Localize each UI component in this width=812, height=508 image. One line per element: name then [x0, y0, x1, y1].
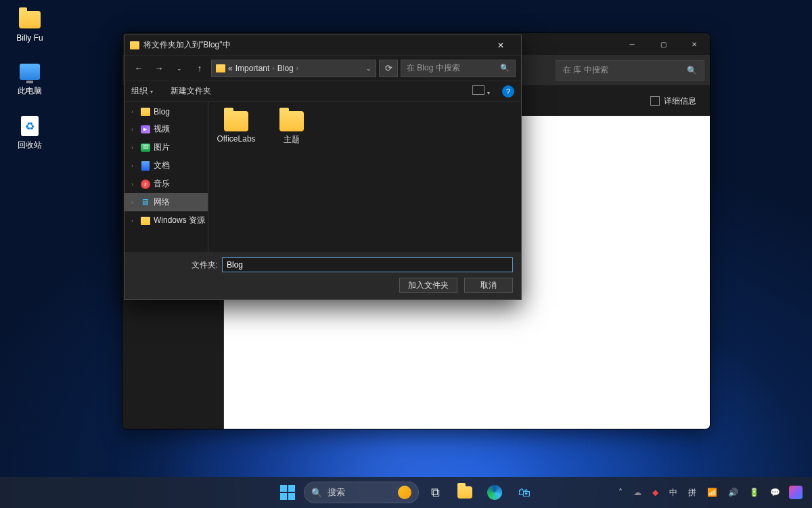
taskbar-app-explorer[interactable] [451, 479, 478, 506]
organize-button[interactable]: 组织 ▾ [131, 85, 153, 97]
nav-label: 视频 [154, 123, 170, 135]
search-placeholder: 搜索 [328, 486, 345, 499]
help-button[interactable]: ? [502, 85, 514, 98]
folder-item-officelabs[interactable]: OfficeLabs [215, 111, 257, 144]
ime-language-indicator[interactable]: 中 [667, 486, 679, 500]
minimize-button[interactable]: ─ [616, 33, 648, 55]
desktop-icon-label: 回收站 [18, 140, 42, 151]
dialog-nav-item-winres[interactable]: ›Windows 资源 [125, 211, 208, 230]
ime-mode-indicator[interactable]: 拼 [686, 486, 698, 500]
folder-label: OfficeLabs [217, 134, 255, 144]
view-mode-button[interactable]: ▾ [472, 85, 490, 97]
wifi-icon[interactable]: 📶 [705, 486, 719, 499]
details-icon [650, 96, 660, 106]
recycle-bin-icon [18, 114, 41, 137]
dialog-search-input[interactable]: 在 Blog 中搜索 🔍 [401, 60, 516, 77]
folder-picker-dialog: 将文件夹加入到"Blog"中 ✕ ← → ⌄ ↑ « Important › B… [124, 35, 522, 300]
nav-back-button[interactable]: ← [130, 60, 148, 77]
chevron-down-icon: ▾ [486, 90, 490, 96]
tray-app-icon[interactable]: ◆ [650, 486, 660, 499]
chevron-right-icon: › [131, 144, 137, 151]
breadcrumb-segment[interactable]: Important [235, 64, 270, 73]
dialog-content-area[interactable]: OfficeLabs 主题 [208, 102, 521, 252]
new-folder-button[interactable]: 新建文件夹 [171, 85, 211, 97]
explorer-search-input[interactable]: 在 库 中搜索 🔍 [556, 60, 704, 81]
close-button[interactable]: ✕ [679, 33, 710, 55]
chevron-right-icon: › [131, 217, 137, 224]
search-icon: 🔍 [311, 488, 322, 498]
document-icon [140, 161, 150, 171]
dialog-title-text: 将文件夹加入到"Blog"中 [143, 39, 231, 51]
nav-up-button[interactable]: ↑ [191, 60, 208, 77]
details-view-button[interactable]: 详细信息 [645, 93, 702, 110]
picture-icon: 🖼 [140, 142, 150, 152]
desktop-icon-this-pc[interactable]: 此电脑 [7, 58, 53, 100]
taskbar-center: 🔍 搜索 ⧉ 🛍 [274, 479, 538, 506]
nav-label: 网络 [154, 196, 170, 208]
folder-icon [224, 111, 248, 131]
dialog-nav-pane: ›Blog ›▶视频 ›🖼图片 ›文档 ›♪音乐 ›🖥网络 ›Windows 资… [125, 102, 208, 252]
copilot-icon[interactable] [789, 486, 803, 499]
dialog-address-row: ← → ⌄ ↑ « Important › Blog › ⌄ ⟳ 在 Blog … [125, 56, 521, 81]
music-icon: ♪ [140, 179, 150, 189]
nav-label: 文档 [154, 160, 170, 171]
nav-label: Windows 资源 [154, 215, 205, 226]
cancel-button[interactable]: 取消 [464, 278, 513, 293]
task-view-icon: ⧉ [427, 484, 443, 501]
desktop-icon-label: 此电脑 [18, 85, 42, 97]
chevron-right-icon: › [131, 126, 137, 133]
onedrive-icon[interactable]: ☁ [631, 486, 644, 499]
chevron-right-icon: › [296, 64, 298, 72]
refresh-button[interactable]: ⟳ [379, 60, 398, 77]
dialog-nav-item-network[interactable]: ›🖥网络 [125, 193, 208, 211]
search-placeholder: 在 Blog 中搜索 [407, 62, 460, 74]
folder-item-theme[interactable]: 主题 [271, 111, 313, 146]
dialog-nav-item-blog[interactable]: ›Blog [125, 103, 208, 120]
taskbar-search[interactable]: 🔍 搜索 [304, 482, 419, 503]
dialog-nav-item-videos[interactable]: ›▶视频 [125, 120, 208, 138]
nav-recent-dropdown[interactable]: ⌄ [171, 60, 188, 77]
dialog-nav-item-pictures[interactable]: ›🖼图片 [125, 138, 208, 156]
search-highlight-icon [398, 486, 411, 499]
chevron-right-icon: › [131, 199, 137, 206]
desktop-icon-label: Billy Fu [16, 33, 43, 43]
search-icon: 🔍 [500, 64, 510, 72]
chevron-right-icon: › [131, 108, 137, 115]
notification-icon[interactable]: 💬 [768, 486, 782, 499]
video-icon: ▶ [140, 124, 150, 134]
folder-input-row: 文件夹: [133, 257, 513, 272]
desktop-icon-recycle-bin[interactable]: 回收站 [7, 112, 53, 154]
address-dropdown-icon[interactable]: ⌄ [366, 65, 371, 72]
dialog-close-button[interactable]: ✕ [486, 35, 516, 56]
network-icon: 🖥 [140, 197, 150, 207]
breadcrumb-segment[interactable]: Blog [277, 64, 294, 73]
store-icon: 🛍 [516, 484, 533, 501]
search-placeholder: 在 库 中搜索 [563, 64, 608, 76]
dialog-body: ›Blog ›▶视频 ›🖼图片 ›文档 ›♪音乐 ›🖥网络 ›Windows 资… [125, 102, 521, 252]
folder-name-input[interactable] [222, 257, 513, 272]
folder-field-label: 文件夹: [191, 259, 218, 271]
nav-label: 音乐 [154, 178, 170, 190]
folder-icon [140, 106, 150, 117]
dialog-nav-item-documents[interactable]: ›文档 [125, 156, 208, 175]
chevron-right-icon: › [131, 181, 137, 188]
taskbar-app-store[interactable]: 🛍 [511, 479, 538, 506]
maximize-button[interactable]: ▢ [648, 33, 679, 55]
volume-icon[interactable]: 🔊 [726, 486, 740, 499]
folder-icon [18, 8, 41, 31]
address-bar[interactable]: « Important › Blog › ⌄ [211, 60, 376, 77]
battery-icon[interactable]: 🔋 [747, 486, 761, 499]
taskbar-app-edge[interactable] [481, 479, 508, 506]
nav-label: Blog [154, 107, 170, 117]
start-button[interactable] [274, 479, 301, 506]
breadcrumb-prefix: « [228, 64, 233, 73]
add-folder-button[interactable]: 加入文件夹 [399, 278, 457, 293]
task-view-button[interactable]: ⧉ [422, 479, 449, 506]
dialog-titlebar[interactable]: 将文件夹加入到"Blog"中 ✕ [125, 35, 521, 56]
tray-overflow-button[interactable]: ˄ [616, 486, 625, 499]
dialog-nav-item-music[interactable]: ›♪音乐 [125, 175, 208, 193]
chevron-right-icon: › [272, 64, 274, 72]
chevron-right-icon: › [131, 163, 137, 169]
desktop-icon-user-folder[interactable]: Billy Fu [7, 5, 53, 45]
nav-forward-button[interactable]: → [150, 60, 168, 77]
